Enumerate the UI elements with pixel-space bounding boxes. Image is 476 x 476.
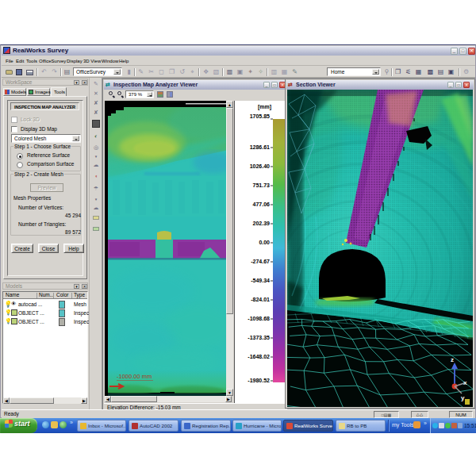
svg-text:-1000.00 mm: -1000.00 mm <box>117 373 152 380</box>
svg-text:[mm]: [mm] <box>258 104 271 110</box>
svg-text:1026.40: 1026.40 <box>250 163 270 169</box>
svg-text:y: y <box>461 394 465 401</box>
svg-text:-1098.68: -1098.68 <box>248 316 270 321</box>
svg-text:-1648.02: -1648.02 <box>248 354 270 359</box>
svg-text:-1980.52: -1980.52 <box>248 378 270 383</box>
svg-text:-1373.35: -1373.35 <box>248 335 270 340</box>
svg-text:-824.01: -824.01 <box>251 297 270 302</box>
svg-text:-549.34: -549.34 <box>251 278 270 283</box>
svg-text:-274.67: -274.67 <box>251 259 270 264</box>
svg-text:751.73: 751.73 <box>253 182 271 188</box>
svg-text:477.06: 477.06 <box>253 202 271 207</box>
svg-text:1286.61: 1286.61 <box>250 144 270 150</box>
svg-text:202.39: 202.39 <box>253 221 271 226</box>
svg-text:z: z <box>451 356 454 363</box>
svg-text:1705.85: 1705.85 <box>250 113 270 119</box>
svg-text:x: x <box>463 379 467 386</box>
svg-text:0.00: 0.00 <box>259 240 270 245</box>
